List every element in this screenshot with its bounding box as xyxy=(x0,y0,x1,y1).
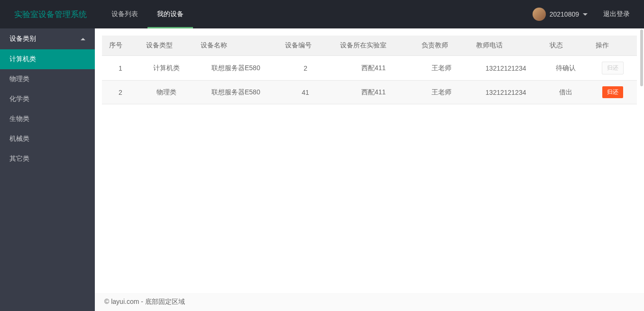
col-type: 设备类型 xyxy=(139,36,193,56)
col-lab: 设备所在实验室 xyxy=(333,36,414,56)
cell-type: 物理类 xyxy=(139,81,193,104)
cell-code: 2 xyxy=(278,56,332,81)
sidebar-item-physics[interactable]: 物理类 xyxy=(0,69,95,89)
col-action: 操作 xyxy=(589,36,637,56)
col-phone: 教师电话 xyxy=(469,36,543,56)
cell-seq: 2 xyxy=(102,81,139,104)
col-code: 设备编号 xyxy=(278,36,332,56)
cell-name: 联想服务器E580 xyxy=(193,81,278,104)
chevron-down-icon xyxy=(583,13,588,16)
tab-device-list[interactable]: 设备列表 xyxy=(102,0,147,28)
col-teacher: 负责教师 xyxy=(414,36,469,56)
cell-name: 联想服务器E580 xyxy=(193,56,278,81)
sidebar: 设备类别 计算机类 物理类 化学类 生物类 机械类 其它类 xyxy=(0,28,95,311)
footer: © layui.com - 底部固定区域 xyxy=(95,293,644,311)
sidebar-item-chemistry[interactable]: 化学类 xyxy=(0,89,95,109)
app-logo: 实验室设备管理系统 xyxy=(7,9,102,20)
user-menu[interactable]: 20210809 xyxy=(528,8,592,21)
cell-lab: 西配411 xyxy=(333,56,414,81)
header-right: 20210809 退出登录 xyxy=(528,8,637,21)
nav-tabs: 设备列表 我的设备 xyxy=(102,0,193,28)
return-button[interactable]: 归还 xyxy=(602,86,623,98)
cell-type: 计算机类 xyxy=(139,56,193,81)
cell-lab: 西配411 xyxy=(333,81,414,104)
sidebar-item-other[interactable]: 其它类 xyxy=(0,149,95,169)
cell-phone: 13212121234 xyxy=(469,81,543,104)
sidebar-item-mechanical[interactable]: 机械类 xyxy=(0,129,95,149)
device-table: 序号 设备类型 设备名称 设备编号 设备所在实验室 负责教师 教师电话 状态 操… xyxy=(102,36,637,104)
cell-code: 41 xyxy=(278,81,332,104)
sidebar-category-header[interactable]: 设备类别 xyxy=(0,28,95,49)
avatar-icon xyxy=(533,8,546,21)
username: 20210809 xyxy=(550,10,579,18)
sidebar-item-biology[interactable]: 生物类 xyxy=(0,109,95,129)
table-header-row: 序号 设备类型 设备名称 设备编号 设备所在实验室 负责教师 教师电话 状态 操… xyxy=(102,36,637,56)
col-name: 设备名称 xyxy=(193,36,278,56)
col-seq: 序号 xyxy=(102,36,139,56)
cell-action: 归还 xyxy=(589,56,637,81)
cell-teacher: 王老师 xyxy=(414,81,469,104)
sidebar-title: 设备类别 xyxy=(9,35,36,43)
cell-seq: 1 xyxy=(102,56,139,81)
cell-action: 归还 xyxy=(589,81,637,104)
table-row: 1 计算机类 联想服务器E580 2 西配411 王老师 13212121234… xyxy=(102,56,637,81)
top-header: 实验室设备管理系统 设备列表 我的设备 20210809 退出登录 xyxy=(0,0,644,28)
cell-status: 借出 xyxy=(543,81,589,104)
logout-link[interactable]: 退出登录 xyxy=(596,10,637,18)
main-content: 序号 设备类型 设备名称 设备编号 设备所在实验室 负责教师 教师电话 状态 操… xyxy=(95,28,644,311)
col-status: 状态 xyxy=(543,36,589,56)
tab-my-devices[interactable]: 我的设备 xyxy=(147,0,193,28)
chevron-up-icon xyxy=(81,38,85,40)
table-row: 2 物理类 联想服务器E580 41 西配411 王老师 13212121234… xyxy=(102,81,637,104)
cell-status: 待确认 xyxy=(543,56,589,81)
sidebar-item-computer[interactable]: 计算机类 xyxy=(0,49,95,69)
cell-teacher: 王老师 xyxy=(414,56,469,81)
cell-phone: 13212121234 xyxy=(469,56,543,81)
scrollbar-thumb[interactable] xyxy=(640,29,643,86)
return-button: 归还 xyxy=(602,62,624,74)
